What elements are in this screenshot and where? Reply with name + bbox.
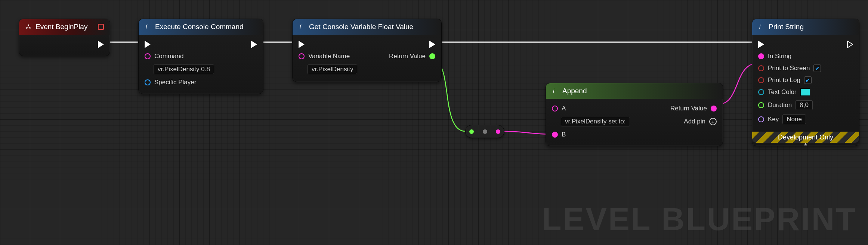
string-output-pin[interactable]	[496, 129, 500, 134]
print-to-screen-label: Print to Screen	[768, 65, 810, 72]
node-event-begin-play[interactable]: Event BeginPlay	[19, 19, 110, 56]
return-value-label: Return Value	[670, 105, 707, 112]
exec-output-pin[interactable]	[98, 41, 104, 48]
in-string-label: In String	[768, 53, 791, 60]
in-string-input-pin[interactable]	[758, 53, 764, 59]
delegate-output-pin[interactable]	[98, 24, 104, 30]
node-print-string[interactable]: f Print String In String Print to Screen…	[752, 19, 859, 146]
function-icon: f	[299, 23, 305, 30]
text-color-swatch[interactable]	[800, 88, 810, 96]
print-to-log-checkbox[interactable]: ✔	[804, 76, 812, 84]
b-label: B	[562, 131, 566, 138]
text-color-input-pin[interactable]	[758, 89, 764, 95]
collapse-caret-icon[interactable]: ▲	[752, 142, 859, 146]
print-to-screen-checkbox[interactable]: ✔	[813, 65, 821, 72]
command-input-pin[interactable]	[145, 53, 151, 59]
b-input-pin[interactable]	[552, 132, 558, 138]
key-label: Key	[768, 116, 779, 123]
specific-player-label: Specific Player	[154, 79, 196, 86]
svg-text:f: f	[553, 88, 555, 94]
function-icon: f	[552, 88, 559, 94]
node-get-console-variable-float[interactable]: f Get Console Variable Float Value Varia…	[292, 19, 442, 82]
return-value-output-pin[interactable]	[429, 53, 435, 59]
node-header[interactable]: f Append	[546, 83, 723, 99]
svg-text:f: f	[759, 24, 762, 30]
svg-text:f: f	[146, 24, 148, 30]
node-header[interactable]: f Execute Console Command	[139, 19, 263, 35]
node-header[interactable]: f Get Console Variable Float Value	[293, 19, 441, 35]
variable-name-text-input[interactable]: vr.PixelDensity	[308, 65, 357, 74]
node-title: Append	[562, 87, 587, 95]
variable-name-input-pin[interactable]	[299, 53, 305, 59]
node-execute-console-command[interactable]: f Execute Console Command Command vr.Pix…	[138, 19, 263, 94]
key-text-input[interactable]: None	[782, 114, 806, 124]
print-to-log-input-pin[interactable]	[758, 77, 764, 83]
key-input-pin[interactable]	[758, 116, 764, 122]
add-pin-label: Add pin	[684, 118, 705, 125]
node-header[interactable]: f Print String	[752, 19, 859, 35]
exec-output-pin[interactable]	[251, 41, 257, 48]
exec-input-pin[interactable]	[299, 41, 305, 48]
node-append[interactable]: f Append A Return Value vr.PixelDensity …	[546, 83, 723, 146]
function-icon: f	[758, 23, 765, 30]
function-icon: f	[145, 23, 151, 30]
duration-text-input[interactable]: 8,0	[796, 100, 813, 110]
command-text-input[interactable]: vr.PixelDensity 0.8	[154, 65, 214, 74]
exec-output-pin[interactable]	[429, 41, 435, 48]
duration-label: Duration	[768, 101, 792, 109]
convert-center-icon	[483, 129, 487, 134]
event-icon	[25, 23, 32, 30]
a-label: A	[562, 105, 566, 112]
node-title: Event BeginPlay	[35, 23, 87, 31]
add-pin-button[interactable]: +	[709, 118, 717, 125]
node-float-to-string[interactable]	[465, 125, 504, 138]
return-value-label: Return Value	[389, 53, 426, 60]
svg-text:f: f	[300, 24, 302, 30]
command-label: Command	[154, 53, 183, 60]
variable-name-label: Variable Name	[308, 53, 350, 60]
specific-player-input-pin[interactable]	[145, 79, 151, 85]
exec-input-pin[interactable]	[758, 41, 764, 48]
node-title: Execute Console Command	[155, 23, 244, 31]
return-value-output-pin[interactable]	[711, 106, 717, 111]
node-title: Print String	[769, 23, 804, 31]
duration-input-pin[interactable]	[758, 102, 764, 108]
exec-output-pin[interactable]	[847, 41, 853, 48]
float-input-pin[interactable]	[469, 129, 474, 134]
watermark-text: LEVEL BLUEPRINT	[542, 201, 857, 238]
print-to-screen-input-pin[interactable]	[758, 65, 764, 71]
a-text-input[interactable]: vr.PixelDensity set to:	[561, 117, 630, 126]
a-input-pin[interactable]	[552, 106, 558, 111]
node-title: Get Console Variable Float Value	[309, 23, 413, 31]
node-header[interactable]: Event BeginPlay	[19, 19, 110, 35]
exec-input-pin[interactable]	[145, 41, 151, 48]
print-to-log-label: Print to Log	[768, 76, 800, 84]
text-color-label: Text Color	[768, 88, 797, 96]
